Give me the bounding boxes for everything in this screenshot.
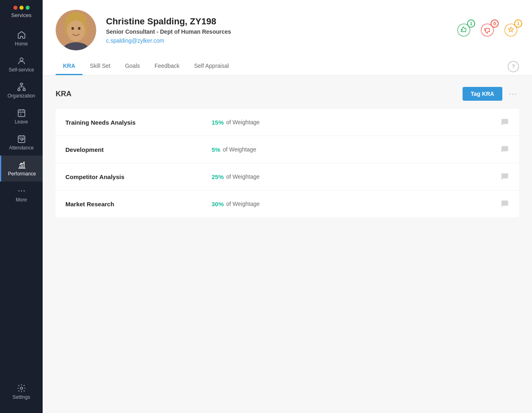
badge-award-count: 1 bbox=[514, 19, 522, 28]
tab-self-appraisal[interactable]: Self Appraisal bbox=[187, 58, 236, 75]
kra-actions: Tag KRA ··· bbox=[463, 87, 519, 101]
kra-item: Training Needs Analysis 15% of Weightage bbox=[56, 109, 519, 136]
sidebar-item-label: Self-service bbox=[9, 67, 34, 73]
svg-rect-6 bbox=[18, 136, 25, 143]
tabs: KRA Skill Set Goals Feedback Self Apprai… bbox=[56, 58, 519, 75]
sidebar-item-leave[interactable]: 1 Leave bbox=[0, 104, 43, 130]
leave-icon: 1 bbox=[17, 108, 26, 117]
sidebar-item-home[interactable]: Home bbox=[0, 26, 43, 52]
profile-info: Christine Spalding, ZY198 Senior Consult… bbox=[106, 16, 448, 44]
dot-red bbox=[13, 6, 17, 10]
services-label: Services bbox=[11, 12, 32, 18]
kra-item-name: Market Research bbox=[65, 201, 195, 208]
svg-point-15 bbox=[67, 20, 85, 41]
badge-thumbs-up-count: 1 bbox=[467, 19, 475, 28]
weightage-label: of Weightage bbox=[226, 173, 260, 180]
weightage-label: of Weightage bbox=[226, 201, 260, 207]
tab-feedback[interactable]: Feedback bbox=[147, 58, 187, 75]
kra-more-button[interactable]: ··· bbox=[507, 88, 519, 100]
help-icon[interactable]: ? bbox=[508, 61, 519, 72]
sidebar-item-attendance[interactable]: Attendance bbox=[0, 130, 43, 156]
tab-goals[interactable]: Goals bbox=[118, 58, 147, 75]
weightage-percent: 15% bbox=[212, 119, 224, 126]
dot-yellow bbox=[19, 6, 24, 10]
badge-thumbs-down-count: 0 bbox=[491, 19, 499, 28]
tab-skill-set[interactable]: Skill Set bbox=[82, 58, 118, 75]
badge-award[interactable]: 1 bbox=[503, 22, 519, 38]
profile-top: Christine Spalding, ZY198 Senior Consult… bbox=[56, 10, 519, 50]
sidebar-item-organization[interactable]: Organization bbox=[0, 78, 43, 104]
svg-rect-4 bbox=[18, 110, 25, 117]
profile-role: Senior Consultant - Dept of Human Resour… bbox=[106, 28, 448, 35]
badge-thumbs-down[interactable]: 0 bbox=[479, 22, 495, 38]
svg-point-10 bbox=[20, 387, 23, 389]
weightage-label: of Weightage bbox=[226, 119, 260, 125]
weightage-percent: 30% bbox=[212, 201, 224, 208]
svg-rect-1 bbox=[20, 83, 23, 85]
svg-rect-2 bbox=[17, 89, 20, 91]
sidebar-item-more[interactable]: More bbox=[0, 182, 43, 208]
logo-dots bbox=[13, 6, 30, 10]
kra-item-name: Training Needs Analysis bbox=[65, 119, 195, 126]
sidebar: Services Home Self-service Organization … bbox=[0, 0, 43, 413]
kra-header: KRA Tag KRA ··· bbox=[56, 87, 519, 101]
kra-item-weightage: 30% of Weightage bbox=[212, 201, 500, 208]
kra-item-weightage: 25% of Weightage bbox=[212, 173, 500, 180]
svg-point-17 bbox=[78, 27, 80, 30]
sidebar-item-label: Performance bbox=[8, 171, 36, 177]
sidebar-bottom: Settings bbox=[0, 379, 43, 413]
role-dept: - Dept of Human Resources bbox=[156, 28, 231, 35]
weightage-label: of Weightage bbox=[223, 146, 256, 153]
sidebar-item-label: Organization bbox=[7, 93, 35, 99]
kra-comment-icon[interactable] bbox=[500, 199, 509, 208]
kra-item-name: Development bbox=[65, 146, 195, 153]
settings-icon bbox=[17, 384, 26, 393]
sidebar-item-label: Home bbox=[15, 41, 28, 47]
sidebar-item-label: Attendance bbox=[9, 145, 34, 151]
tag-kra-button[interactable]: Tag KRA bbox=[463, 87, 502, 101]
kra-item-weightage: 5% of Weightage bbox=[212, 146, 500, 153]
kra-item-weightage: 15% of Weightage bbox=[212, 119, 500, 126]
kra-comment-icon[interactable] bbox=[500, 145, 509, 154]
sidebar-item-settings[interactable]: Settings bbox=[0, 379, 43, 405]
self-service-icon bbox=[17, 56, 26, 65]
svg-point-9 bbox=[24, 190, 25, 192]
attendance-icon bbox=[17, 134, 26, 143]
kra-content: KRA Tag KRA ··· Training Needs Analysis … bbox=[43, 76, 532, 413]
profile-name: Christine Spalding, ZY198 bbox=[106, 16, 448, 27]
avatar bbox=[56, 10, 96, 50]
svg-point-0 bbox=[20, 58, 23, 61]
kra-item: Market Research 30% of Weightage bbox=[56, 190, 519, 217]
sidebar-item-label: Leave bbox=[15, 119, 28, 125]
sidebar-item-self-service[interactable]: Self-service bbox=[0, 52, 43, 78]
svg-point-16 bbox=[71, 27, 74, 30]
sidebar-item-performance[interactable]: Performance bbox=[0, 156, 43, 182]
svg-point-8 bbox=[21, 190, 22, 192]
kra-item: Development 5% of Weightage bbox=[56, 136, 519, 163]
sidebar-item-label: More bbox=[16, 197, 27, 203]
kra-section-title: KRA bbox=[56, 90, 71, 98]
home-icon bbox=[17, 30, 26, 39]
main-content: Christine Spalding, ZY198 Senior Consult… bbox=[43, 0, 532, 413]
more-icon bbox=[17, 186, 26, 195]
sidebar-nav: Home Self-service Organization 1 Leave A… bbox=[0, 22, 43, 379]
weightage-percent: 25% bbox=[212, 173, 224, 180]
kra-item: Competitor Analysis 25% of Weightage bbox=[56, 163, 519, 190]
badge-thumbs-up[interactable]: 1 bbox=[456, 22, 472, 38]
organization-icon bbox=[17, 82, 26, 91]
profile-header: Christine Spalding, ZY198 Senior Consult… bbox=[43, 0, 532, 76]
kra-list: Training Needs Analysis 15% of Weightage… bbox=[56, 109, 519, 217]
svg-rect-3 bbox=[23, 89, 25, 91]
sidebar-logo: Services bbox=[0, 0, 43, 22]
kra-comment-icon[interactable] bbox=[500, 118, 509, 127]
svg-text:1: 1 bbox=[20, 113, 22, 116]
performance-icon bbox=[17, 160, 26, 169]
weightage-percent: 5% bbox=[212, 146, 221, 153]
profile-email[interactable]: c.spalding@zylker.com bbox=[106, 37, 448, 44]
badges-container: 1 0 bbox=[448, 22, 519, 38]
sidebar-item-label: Settings bbox=[13, 394, 30, 400]
dot-green bbox=[26, 6, 30, 10]
role-bold: Senior Consultant bbox=[106, 28, 155, 35]
tab-kra[interactable]: KRA bbox=[56, 58, 82, 75]
kra-comment-icon[interactable] bbox=[500, 172, 509, 181]
